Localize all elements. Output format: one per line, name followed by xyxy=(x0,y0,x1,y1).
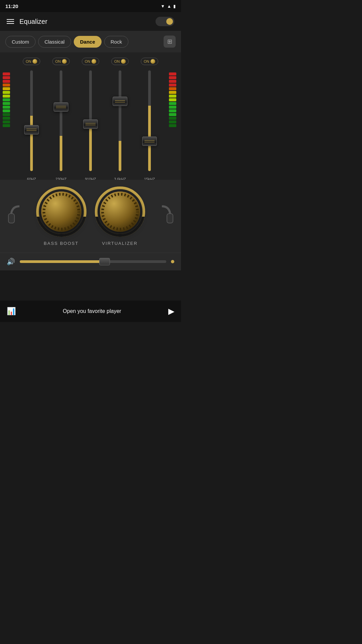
band-toggle-910hz[interactable]: ON xyxy=(76,58,105,65)
battery-icon: ▮ xyxy=(173,4,176,9)
player-eq-icon: 📊 xyxy=(7,307,16,316)
virtualizer-knob[interactable]: VIRTUALIZER xyxy=(95,186,145,246)
play-button[interactable]: ▶ xyxy=(168,307,174,316)
status-time: 11:20 xyxy=(5,3,18,9)
fader-3.6khz[interactable]: 3.6kHZ xyxy=(105,67,135,181)
header: Equalizer xyxy=(0,12,181,31)
equalizer-section: ON ON ON ON ON 60HZ xyxy=(0,52,181,180)
fader-15khz[interactable]: 15kHZ xyxy=(135,67,164,181)
band-toggle-3.6khz[interactable]: ON xyxy=(105,58,135,65)
volume-section: 🔊 xyxy=(0,253,181,270)
preset-more-button[interactable]: ⊞ xyxy=(164,36,176,48)
on-label: ON xyxy=(85,59,90,63)
headphone-left-icon xyxy=(8,203,28,230)
volume-icon: 🔊 xyxy=(7,258,15,266)
bass-boost-label: BASS BOOST xyxy=(44,241,79,246)
knob-body xyxy=(100,192,140,232)
band-toggle-230hz[interactable]: ON xyxy=(46,58,76,65)
knob-body xyxy=(41,192,81,232)
wifi-icon: ▼ xyxy=(161,4,165,9)
virtualizer-label: VIRTUALIZER xyxy=(102,241,137,246)
band-toggle-15khz[interactable]: ON xyxy=(135,58,164,65)
on-label: ON xyxy=(26,59,32,63)
volume-fill xyxy=(20,260,105,263)
svg-point-2 xyxy=(103,194,137,229)
fader-60hz[interactable]: 60HZ xyxy=(17,67,46,181)
svg-rect-0 xyxy=(8,214,14,223)
volume-track xyxy=(20,260,166,263)
volume-slider[interactable] xyxy=(20,257,166,266)
tab-custom[interactable]: Custom xyxy=(5,36,36,48)
band-toggle-60hz[interactable]: ON xyxy=(17,58,46,65)
player-bar: 📊 Open you favorite player ▶ xyxy=(0,301,181,322)
fader-910hz[interactable]: 910HZ xyxy=(76,67,105,181)
on-indicator xyxy=(121,59,126,64)
signal-icon: ▲ xyxy=(167,4,171,9)
fader-230hz[interactable]: 230HZ xyxy=(46,67,76,181)
tab-dance[interactable]: Dance xyxy=(74,36,102,48)
on-label: ON xyxy=(55,59,61,63)
player-text: Open you favorite player xyxy=(21,308,163,314)
tab-classical[interactable]: Classical xyxy=(38,36,71,48)
on-indicator xyxy=(92,59,96,64)
header-left: Equalizer xyxy=(7,18,47,25)
page-title: Equalizer xyxy=(19,18,47,25)
svg-point-1 xyxy=(44,194,79,229)
on-indicator xyxy=(33,59,37,64)
volume-end-dot xyxy=(171,260,174,263)
virtualizer-ring xyxy=(95,186,145,237)
bass-boost-knob[interactable]: BASS BOOST xyxy=(36,186,86,246)
knob-section: BASS BOOST VIRTUALIZER xyxy=(0,180,181,253)
on-label: ON xyxy=(144,59,149,63)
on-indicator xyxy=(62,59,67,64)
preset-tabs: Custom Classical Dance Rock ⊞ xyxy=(0,31,181,52)
volume-handle[interactable] xyxy=(99,258,110,265)
svg-rect-3 xyxy=(167,214,173,223)
main-content: Custom Classical Dance Rock ⊞ xyxy=(0,31,181,270)
eq-toggle[interactable] xyxy=(156,17,174,26)
status-icons: ▼ ▲ ▮ xyxy=(161,4,176,9)
on-toggles-row: ON ON ON ON ON xyxy=(3,56,178,67)
on-label: ON xyxy=(114,59,120,63)
bass-boost-ring xyxy=(36,186,86,237)
menu-button[interactable] xyxy=(7,19,14,24)
faders-row: 60HZ 230HZ 910HZ 3.6kHZ xyxy=(3,67,178,181)
on-indicator xyxy=(150,59,155,64)
tab-rock[interactable]: Rock xyxy=(104,36,128,48)
status-bar: 11:20 ▼ ▲ ▮ xyxy=(0,0,181,12)
headphone-right-icon xyxy=(154,203,174,230)
